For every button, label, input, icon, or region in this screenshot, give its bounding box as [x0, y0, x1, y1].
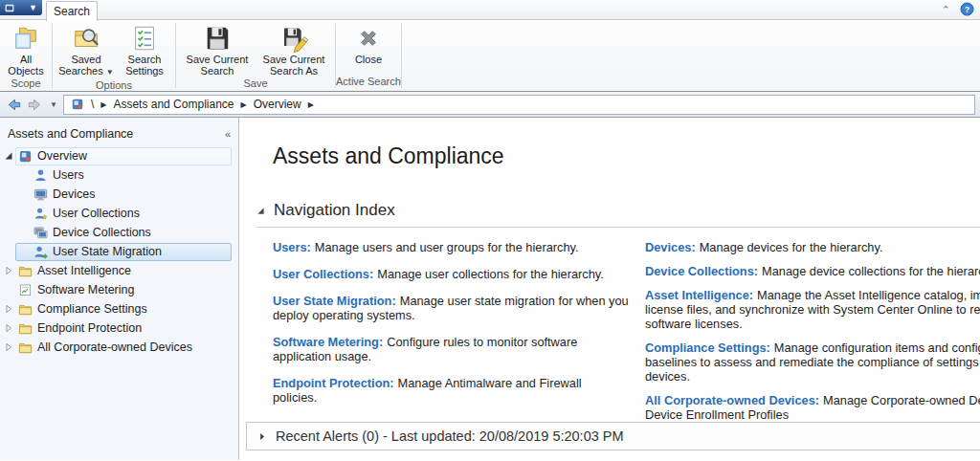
ribbon-group-active-search-label: Active Search: [336, 76, 401, 91]
sidebar-item-all-corporate-owned-devices[interactable]: All Corporate-owned Devices: [0, 338, 238, 357]
ribbon-group-save-label: Save: [176, 77, 335, 91]
sidebar-item-label: Devices: [53, 187, 95, 201]
sidebar-item-label: Users: [53, 168, 84, 182]
breadcrumb[interactable]: \ ▶ Assets and Compliance ▶ Overview ▶: [63, 95, 975, 115]
ribbon-group-separator: [401, 23, 402, 88]
ribbon-group-options: Saved Searches ▼ Search Settings Options: [53, 20, 175, 91]
collapse-pane-icon[interactable]: «: [225, 128, 231, 140]
sidebar-item-overview[interactable]: Overview: [0, 146, 238, 165]
expanded-icon[interactable]: [4, 151, 13, 161]
navigation-bar: ▼ \ ▶ Assets and Compliance ▶ Overview ▶: [0, 92, 980, 118]
software-metering-icon: [18, 283, 33, 297]
ribbon-group-options-label: Options: [53, 79, 175, 91]
forward-button[interactable]: [26, 96, 44, 114]
breadcrumb-root[interactable]: \: [91, 98, 94, 111]
sidebar-item-label: All Corporate-owned Devices: [37, 340, 192, 354]
sidebar-item-user-state-migration[interactable]: User State Migration: [0, 242, 238, 261]
sidebar-item-endpoint-protection[interactable]: Endpoint Protection: [0, 318, 238, 338]
ribbon-group-active-search: Close Active Search: [336, 20, 401, 91]
section-expanded-icon[interactable]: [256, 207, 265, 215]
sidebar-item-compliance-settings[interactable]: Compliance Settings: [0, 299, 238, 318]
sidebar-item-users[interactable]: Users: [0, 165, 238, 185]
devices-link[interactable]: Devices: [645, 240, 696, 254]
user-state-migration-link[interactable]: User State Migration: [273, 294, 396, 308]
all-objects-button[interactable]: All Objects: [4, 23, 48, 77]
device-collections-link[interactable]: Device Collections: [645, 264, 758, 278]
device-icon: [33, 187, 48, 202]
sidebar-item-device-collections[interactable]: Device Collections: [0, 223, 238, 242]
nav-item-description: Manage user collections for the hierarch…: [377, 267, 604, 281]
collapsed-icon[interactable]: [4, 342, 13, 352]
user-state-migration-icon: [33, 245, 48, 259]
sidebar-item-software-metering[interactable]: Software Metering: [0, 280, 238, 299]
recent-alerts-title: Recent Alerts (0) - Last updated: 20/08/…: [276, 428, 624, 444]
nav-index-item: Compliance SettingsManage configuration …: [645, 340, 980, 384]
sidebar-item-user-collections[interactable]: User Collections: [0, 204, 238, 223]
sidebar-item-label: Compliance Settings: [37, 302, 147, 316]
application-menu-icon: [5, 4, 14, 12]
sccm-console-window: ▼ Search ⌃ ? All Objects Scope: [0, 0, 980, 461]
help-icon[interactable]: ?: [960, 2, 974, 16]
navigation-pane: Assets and Compliance « Overview Users: [0, 118, 239, 460]
sidebar-item-asset-intelligence[interactable]: Asset Intelligence: [0, 261, 238, 280]
section-collapsed-icon[interactable]: [257, 432, 266, 441]
sidebar-item-label: User State Migration: [53, 245, 162, 258]
device-collections-icon: [33, 226, 48, 240]
user-collections-link[interactable]: User Collections: [273, 267, 373, 281]
back-button[interactable]: [5, 96, 23, 114]
history-dropdown-icon[interactable]: ▼: [47, 100, 60, 109]
nav-index-item: Asset IntelligenceManage the Asset Intel…: [645, 288, 980, 331]
nav-index-item: DevicesManage devices for the hierarchy.: [645, 240, 980, 254]
breadcrumb-item-overview[interactable]: Overview: [254, 98, 301, 111]
nav-index-item: All Corporate-owned DevicesManage Corpor…: [645, 393, 980, 422]
tab-search[interactable]: Search: [46, 1, 98, 21]
software-metering-link[interactable]: Software Metering: [273, 335, 383, 349]
navigation-index-section-header[interactable]: Navigation Index: [256, 201, 980, 220]
saved-searches-label: Saved Searches: [58, 54, 102, 77]
collapsed-icon[interactable]: [4, 266, 13, 275]
chevron-down-icon: ▼: [29, 4, 37, 12]
nav-item-description: Manage device collections for the hierar…: [762, 264, 980, 278]
search-settings-label: Search Settings: [120, 54, 169, 77]
recent-alerts-section-header[interactable]: Recent Alerts (0) - Last updated: 20/08/…: [246, 422, 980, 450]
nav-index-item: Endpoint ProtectionManage Antimalware an…: [273, 376, 629, 405]
ribbon-group-save: Save Current Search Save Current Search …: [176, 20, 335, 91]
search-settings-button[interactable]: Search Settings: [118, 23, 171, 77]
breadcrumb-item-assets-and-compliance[interactable]: Assets and Compliance: [113, 98, 234, 111]
save-current-search-as-button[interactable]: Save Current Search As: [256, 23, 331, 77]
collapse-ribbon-icon[interactable]: ⌃: [942, 5, 950, 15]
close-search-button[interactable]: Close: [344, 23, 393, 66]
endpoint-protection-link[interactable]: Endpoint Protection: [273, 376, 394, 390]
navigation-index-title: Navigation Index: [274, 201, 395, 220]
save-current-search-button[interactable]: Save Current Search: [180, 23, 255, 77]
sidebar-item-label: User Collections: [53, 207, 140, 220]
all-corporate-owned-devices-link[interactable]: All Corporate-owned Devices: [645, 393, 819, 407]
users-link[interactable]: Users: [273, 240, 311, 254]
overview-icon: [18, 149, 33, 164]
save-current-search-as-label: Save Current Search As: [258, 54, 329, 77]
sidebar-item-label: Endpoint Protection: [37, 321, 142, 335]
save-icon: [203, 24, 232, 53]
sidebar-item-label: Device Collections: [53, 226, 151, 239]
ribbon-group-scope-label: Scope: [0, 77, 52, 91]
breadcrumb-chevron-icon[interactable]: ▶: [241, 100, 247, 109]
compliance-settings-link[interactable]: Compliance Settings: [645, 340, 770, 355]
sidebar-item-devices[interactable]: Devices: [0, 185, 238, 204]
saved-searches-button[interactable]: Saved Searches ▼: [56, 23, 116, 79]
navigation-index-left-column: UsersManage users and user groups for th…: [273, 240, 629, 431]
nav-index-item: Device CollectionsManage device collecti…: [645, 264, 980, 278]
save-as-icon: [279, 24, 308, 53]
collapsed-icon[interactable]: [4, 323, 13, 333]
collapsed-icon[interactable]: [4, 304, 13, 314]
sidebar-item-label: Overview: [37, 149, 87, 163]
breadcrumb-chevron-icon[interactable]: ▶: [100, 100, 106, 109]
all-objects-label: All Objects: [6, 54, 46, 77]
breadcrumb-chevron-icon[interactable]: ▶: [308, 100, 314, 109]
console-icon: [71, 98, 84, 111]
search-settings-icon: [130, 24, 159, 53]
close-icon: [354, 24, 383, 53]
chevron-down-icon: ▼: [106, 68, 114, 77]
asset-intelligence-link[interactable]: Asset Intelligence: [645, 288, 753, 302]
application-menu-button[interactable]: ▼: [0, 0, 42, 15]
folder-icon: [18, 340, 33, 355]
